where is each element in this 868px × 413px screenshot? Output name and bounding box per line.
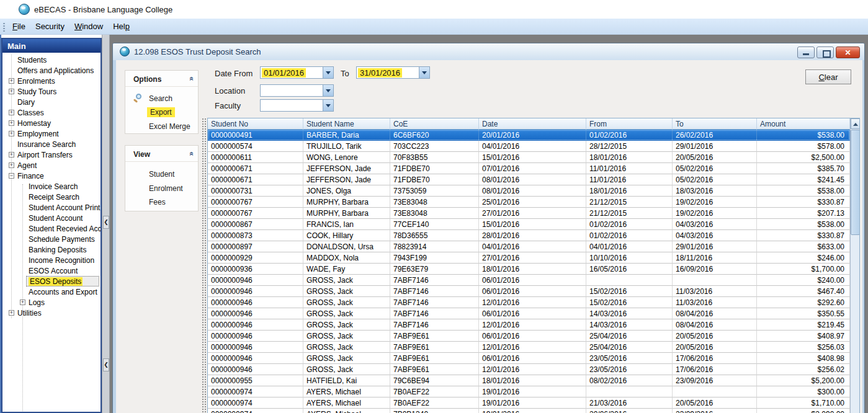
- collapse-chevron-icon[interactable]: »: [189, 152, 195, 156]
- dropdown-arrow-icon[interactable]: [419, 67, 429, 78]
- panel-item-fees[interactable]: Fees: [149, 198, 166, 206]
- sidebar-item-esos-account[interactable]: ESOS Account: [2, 265, 101, 276]
- collapse-icon[interactable]: −: [9, 173, 14, 179]
- sidebar-splitter[interactable]: ❮ ❮: [102, 35, 110, 413]
- sidebar-item-offers-and-applications[interactable]: Offers and Applications: [2, 65, 101, 76]
- sidebar-item-finance[interactable]: −Finance: [2, 171, 101, 181]
- table-row[interactable]: 0000000974AYERS, Michael7B0B134019/01/20…: [208, 409, 850, 413]
- panel-item-student[interactable]: Student: [149, 170, 174, 179]
- column-header-from[interactable]: From: [586, 118, 673, 130]
- expand-icon[interactable]: +: [9, 89, 14, 94]
- menu-window[interactable]: Window: [69, 19, 108, 35]
- expand-icon[interactable]: +: [9, 110, 14, 115]
- table-row[interactable]: 0000000946GROSS, Jack7ABF9E6112/01/20162…: [208, 364, 850, 375]
- panel-item-export[interactable]: Export: [149, 108, 175, 117]
- table-row[interactable]: 0000000929MADDOX, Nola7943F19927/01/2016…: [208, 252, 850, 264]
- expand-icon[interactable]: +: [9, 78, 14, 84]
- scrollbar-thumb[interactable]: [851, 130, 860, 235]
- options-panel-header[interactable]: Options »: [125, 71, 198, 87]
- sidebar-item-agent[interactable]: +Agent: [2, 160, 101, 171]
- expand-icon[interactable]: +: [9, 152, 14, 158]
- column-header-amount[interactable]: Amount: [757, 118, 850, 130]
- sidebar-item-enrolments[interactable]: +Enrolments: [2, 76, 101, 86]
- panel-splitter-grip[interactable]: [202, 118, 207, 413]
- table-row[interactable]: 0000000731JONES, Olga7375305908/01/20161…: [208, 185, 850, 197]
- view-panel-header[interactable]: View »: [125, 146, 198, 162]
- sidebar-item-accounts-and-export[interactable]: Accounts and Export: [2, 286, 101, 297]
- sidebar-item-income-recognition[interactable]: Income Recognition: [2, 255, 101, 265]
- table-row[interactable]: 0000000946GROSS, Jack7ABF714606/01/2016$…: [208, 275, 850, 286]
- menu-security[interactable]: Security: [30, 19, 69, 35]
- expand-icon[interactable]: +: [9, 131, 14, 136]
- table-row[interactable]: 0000000946GROSS, Jack7ABF9E6112/01/20162…: [208, 342, 850, 353]
- sidebar-item-student-recevied-accou[interactable]: Student Recevied Accou: [2, 223, 101, 234]
- panel-item-excel-merge[interactable]: Excel Merge: [149, 122, 190, 131]
- close-button[interactable]: [836, 47, 860, 58]
- panel-item-search[interactable]: Search: [149, 94, 172, 103]
- table-row[interactable]: 0000000946GROSS, Jack7ABF9E6106/01/20162…: [208, 353, 850, 364]
- table-row[interactable]: 0000000867FRANCIS, Ian77CEF14015/01/2016…: [208, 219, 850, 230]
- table-row[interactable]: 0000000671JEFFERSON, Jade71FDBE7008/01/2…: [208, 174, 850, 185]
- table-row[interactable]: 0000000671JEFFERSON, Jade71FDBE7007/01/2…: [208, 163, 850, 174]
- table-row[interactable]: 0000000974AYERS, Michael7B0AEF2219/01/20…: [208, 397, 850, 409]
- sidebar-item-employment[interactable]: +Employment: [2, 128, 101, 139]
- date-to-combo[interactable]: 31/01/2016: [356, 66, 430, 79]
- table-scrollbar[interactable]: [850, 118, 860, 413]
- table-row[interactable]: 0000000574TRUJILLO, Tarik703CC22304/01/2…: [208, 141, 850, 152]
- menu-help[interactable]: Help: [108, 19, 135, 35]
- table-row[interactable]: 0000000897DONALDSON, Ursa7882391404/01/2…: [208, 241, 850, 252]
- clear-button[interactable]: Clear: [805, 69, 851, 84]
- table-row[interactable]: 0000000936WADE, Fay79E63E7918/01/201616/…: [208, 264, 850, 275]
- table-row[interactable]: 0000000873COOK, Hillary78D3655528/01/201…: [208, 230, 850, 241]
- expand-icon[interactable]: +: [9, 310, 14, 316]
- table-row[interactable]: 0000000767MURPHY, Barbara73E8304827/01/2…: [208, 208, 850, 219]
- sidebar-item-esos-deposits[interactable]: ESOS Deposits: [2, 276, 101, 286]
- sidebar-item-insurance-search[interactable]: Insurance Search: [2, 139, 101, 149]
- table-row[interactable]: 0000000611WONG, Lenore70F83B5515/01/2016…: [208, 152, 850, 163]
- table-row[interactable]: 0000000974AYERS, Michael7B0AEF2219/01/20…: [208, 386, 850, 397]
- faculty-combo[interactable]: [260, 99, 334, 112]
- sidebar-item-airport-transfers[interactable]: +Airport Transfers: [2, 149, 101, 160]
- scroll-up-icon[interactable]: [851, 118, 860, 129]
- table-row[interactable]: 0000000946GROSS, Jack7ABF714612/01/20161…: [208, 297, 850, 308]
- dropdown-arrow-icon[interactable]: [323, 67, 333, 78]
- splitter-collapse-icon[interactable]: ❮: [103, 358, 109, 371]
- maximize-button[interactable]: [817, 47, 834, 58]
- table-row[interactable]: 0000000946GROSS, Jack7ABF714612/01/20161…: [208, 319, 850, 331]
- sidebar-item-invoice-search[interactable]: Invoice Search: [2, 181, 101, 192]
- table-row[interactable]: 0000000946GROSS, Jack7ABF714606/01/20161…: [208, 286, 850, 297]
- sidebar-item-study-tours[interactable]: +Study Tours: [2, 86, 101, 97]
- window-titlebar[interactable]: 12.098 ESOS Trust Deposit Search: [113, 43, 864, 60]
- sidebar-item-diary[interactable]: Diary: [2, 97, 101, 107]
- table-row[interactable]: 0000000946GROSS, Jack7ABF714606/01/20161…: [208, 308, 850, 319]
- dropdown-arrow-icon[interactable]: [323, 85, 333, 96]
- sidebar-item-homestay[interactable]: +Homestay: [2, 118, 101, 128]
- expand-icon[interactable]: +: [20, 300, 25, 305]
- table-row[interactable]: 0000000767MURPHY, Barbara73E8304825/01/2…: [208, 197, 850, 208]
- column-header-coe[interactable]: CoE: [390, 118, 479, 130]
- sidebar-item-logs[interactable]: +Logs: [2, 297, 101, 308]
- sidebar-item-utilities[interactable]: +Utilities: [2, 308, 101, 318]
- column-header-date[interactable]: Date: [479, 118, 586, 130]
- sidebar-item-receipt-search[interactable]: Receipt Search: [2, 192, 101, 202]
- column-header-student-name[interactable]: Student Name: [303, 118, 390, 130]
- sidebar-item-student-account[interactable]: Student Account: [2, 213, 101, 223]
- expand-icon[interactable]: +: [9, 162, 14, 168]
- column-header-student-no[interactable]: Student No: [208, 118, 303, 130]
- panel-item-enrolment[interactable]: Enrolment: [149, 184, 183, 193]
- dropdown-arrow-icon[interactable]: [323, 100, 333, 111]
- sidebar-item-classes[interactable]: +Classes: [2, 107, 101, 118]
- collapse-chevron-icon[interactable]: »: [189, 77, 195, 81]
- date-from-combo[interactable]: 01/01/2016: [260, 66, 334, 79]
- table-row[interactable]: 0000000955HATFIELD, Kai79C6BE9418/01/201…: [208, 375, 850, 386]
- location-combo[interactable]: [260, 84, 334, 97]
- minimize-button[interactable]: [797, 47, 815, 58]
- splitter-collapse-icon[interactable]: ❮: [103, 216, 109, 229]
- expand-icon[interactable]: +: [9, 120, 14, 126]
- menu-file[interactable]: File: [7, 19, 30, 35]
- sidebar-item-student-account-print[interactable]: Student Account Print: [2, 202, 101, 213]
- sidebar-item-banking-deposits[interactable]: Banking Deposits: [2, 244, 101, 255]
- table-row[interactable]: 0000000491BARBER, Daria6C6BF62020/01/201…: [208, 130, 850, 141]
- sidebar-item-schedule-payments[interactable]: Schedule Payments: [2, 234, 101, 244]
- sidebar-item-students[interactable]: Students: [2, 55, 101, 65]
